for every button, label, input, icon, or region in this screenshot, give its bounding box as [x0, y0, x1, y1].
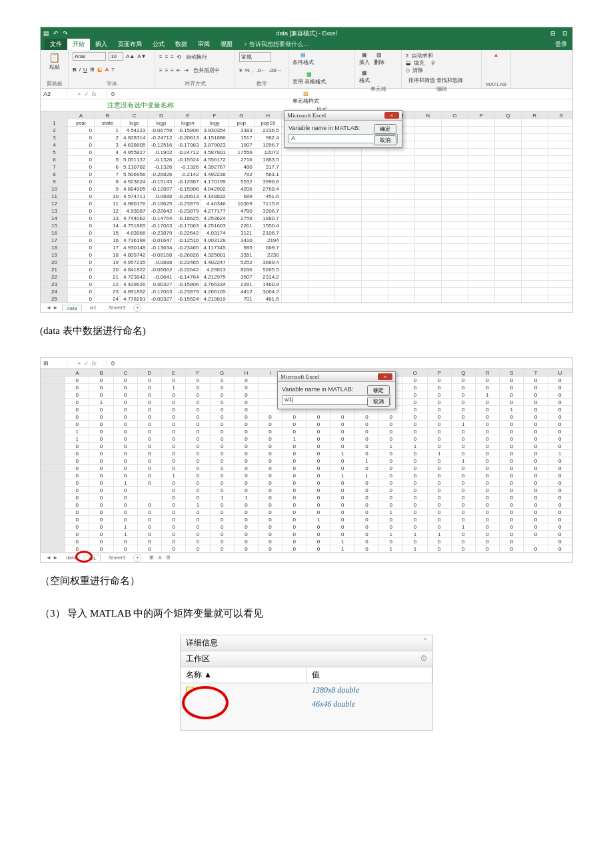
condfmt-label: 条件格式	[293, 59, 314, 66]
autosum-icon[interactable]: Σ	[406, 53, 409, 59]
paste-icon[interactable]: 📋	[49, 52, 60, 63]
excel-window-2: I8 × ✓ fx 0 ABCDEFGHIJKLMNOPQRSTU0000000…	[40, 357, 573, 563]
fill-icon[interactable]: ⬓	[406, 60, 411, 66]
tab-formula[interactable]: 公式	[147, 39, 170, 50]
font-color-icon[interactable]: A	[105, 67, 109, 73]
sort-find-label: 排序和筛选 查找和选择	[408, 77, 463, 84]
fill-color-icon[interactable]: ⬕	[97, 67, 103, 73]
formula-value-2[interactable]: 0	[107, 360, 572, 367]
panel-detail-title[interactable]: 详细信息 ˄	[181, 635, 432, 651]
matlab-dialog: Microsoft Excel × Variable name in MATLA…	[284, 110, 402, 148]
tab-insert[interactable]: 插入	[90, 39, 113, 50]
cancel-fx-icon[interactable]: ×	[77, 360, 81, 367]
name-box-2[interactable]: I8	[41, 360, 67, 367]
max-icon[interactable]: ⊡	[560, 30, 570, 37]
increase-font-icon[interactable]: A▲	[126, 53, 135, 59]
tablefmt-icon[interactable]: ▦	[306, 71, 312, 77]
condfmt-icon[interactable]: ▤	[301, 52, 306, 58]
format-icon[interactable]: ▩	[362, 70, 367, 76]
annotation-text: 注意没有选中变量名称	[107, 101, 174, 110]
italic-button[interactable]: I	[79, 67, 81, 73]
tab-nav-arrows[interactable]: ◄ ►	[46, 305, 58, 311]
paste-label: 粘贴	[49, 63, 60, 71]
font-name[interactable]: Arial	[73, 52, 106, 61]
formula-value[interactable]: 0	[107, 91, 572, 97]
matlab-icon[interactable]: ▲	[494, 52, 499, 58]
autosum-label: 自动求和	[412, 52, 433, 59]
bold-button[interactable]: B	[73, 67, 77, 73]
enter-fx-icon[interactable]: ✓	[84, 360, 89, 367]
phonetic-icon[interactable]: Τ	[111, 67, 115, 73]
sheet-tab-sheet3[interactable]: Sheet3	[105, 305, 129, 311]
align-top-icon[interactable]: ≡	[159, 54, 163, 60]
sheet-tab-w1[interactable]: w1	[86, 305, 101, 311]
gear-icon[interactable]: ⚙	[166, 555, 171, 561]
enter-fx-icon[interactable]: ✓	[84, 91, 89, 97]
merge-label[interactable]: 合并后居中	[191, 65, 222, 75]
dialog-close-icon[interactable]: ×	[378, 373, 392, 380]
align-left-icon[interactable]: ≡	[159, 67, 163, 73]
new-sheet-button[interactable]: +	[133, 304, 141, 312]
undo-icon[interactable]: ↶	[53, 30, 59, 37]
save-icon[interactable]: ▤	[43, 30, 49, 37]
dialog-cancel-button-2[interactable]: 取消	[367, 397, 390, 407]
font-size[interactable]: 10	[109, 52, 123, 61]
underline-button[interactable]: U	[83, 67, 87, 73]
sheet-tab-data[interactable]: data	[62, 305, 82, 311]
tab-view[interactable]: 视图	[215, 39, 238, 50]
dropdown-icon[interactable]: ⊙	[420, 653, 427, 665]
sort-find-icon[interactable]: ⚲	[431, 60, 435, 66]
percent-icon[interactable]: %	[245, 67, 249, 73]
redo-icon[interactable]: ↷	[63, 30, 68, 37]
fx-icon[interactable]: fx	[92, 91, 97, 97]
dialog-close-icon[interactable]: ×	[384, 112, 399, 119]
status-avg-icon: ⊞	[149, 555, 154, 561]
min-icon[interactable]: ⊟	[548, 30, 558, 37]
align-mid-icon[interactable]: ≡	[165, 54, 169, 60]
decrease-font-icon[interactable]: A▼	[137, 53, 146, 59]
align-center-icon[interactable]: ≡	[165, 67, 169, 73]
delete-icon[interactable]: ▨	[376, 52, 382, 58]
inc-decimal-icon[interactable]: .0←	[257, 67, 267, 73]
fx-icon[interactable]: fx	[92, 360, 97, 367]
name-box[interactable]: A2	[41, 91, 67, 97]
tab-data[interactable]: 数据	[170, 39, 193, 50]
orientation-icon[interactable]: ⟲	[177, 54, 181, 60]
comma-icon[interactable]: ,	[253, 67, 254, 73]
col-value-header[interactable]: 值	[306, 667, 432, 683]
insert-icon[interactable]: ▦	[362, 52, 367, 58]
tab-file[interactable]: 文件	[45, 39, 67, 50]
new-sheet-button[interactable]: +	[133, 554, 141, 562]
group-number: 数字	[239, 80, 284, 87]
sheet-tab-sheet3[interactable]: Sheet3	[105, 555, 129, 561]
indent-dec-icon[interactable]: ⇤	[177, 67, 181, 73]
delete-label: 删除	[374, 59, 384, 66]
format-label: 格式	[359, 77, 370, 84]
annotation-red-circle-2	[182, 686, 229, 719]
align-right-icon[interactable]: ≡	[171, 67, 174, 73]
currency-icon[interactable]: ¥	[239, 67, 242, 73]
wrap-label[interactable]: 自动换行	[184, 52, 209, 62]
chevron-up-icon[interactable]: ˄	[423, 637, 427, 649]
indent-inc-icon[interactable]: ⇥	[184, 67, 189, 73]
dialog-ok-button-2[interactable]: 确定	[367, 385, 390, 395]
tab-review[interactable]: 审阅	[193, 39, 215, 50]
dialog-cancel-button[interactable]: 取消	[374, 135, 396, 145]
col-name-header[interactable]: 名称 ▲	[181, 667, 306, 683]
dec-decimal-icon[interactable]: .00→	[269, 67, 281, 73]
panel-workspace-title[interactable]: 工作区 ⊙	[181, 651, 432, 667]
clear-icon[interactable]: ◇	[406, 67, 410, 73]
tab-start[interactable]: 开始	[67, 39, 90, 50]
dialog-ok-button[interactable]: 确定	[374, 124, 396, 134]
number-format[interactable]: 常规	[239, 52, 271, 62]
dialog-title: Microsoft Excel	[287, 112, 326, 119]
tab-nav-arrows[interactable]: ◄ ►	[46, 555, 58, 561]
sheet-tabs-2: ◄ ► data w1 Sheet3 + ⊞ A ⚙	[41, 553, 572, 562]
tell-me[interactable]: ♀ 告诉我您想要做什么…	[238, 39, 314, 50]
border-icon[interactable]: ⊞	[90, 67, 95, 73]
cancel-fx-icon[interactable]: ×	[77, 91, 81, 97]
insert-label: 插入	[359, 59, 370, 66]
account-login[interactable]: 登录	[550, 39, 572, 50]
tab-layout[interactable]: 页面布局	[113, 39, 147, 50]
align-bot-icon[interactable]: ≡	[171, 54, 174, 60]
